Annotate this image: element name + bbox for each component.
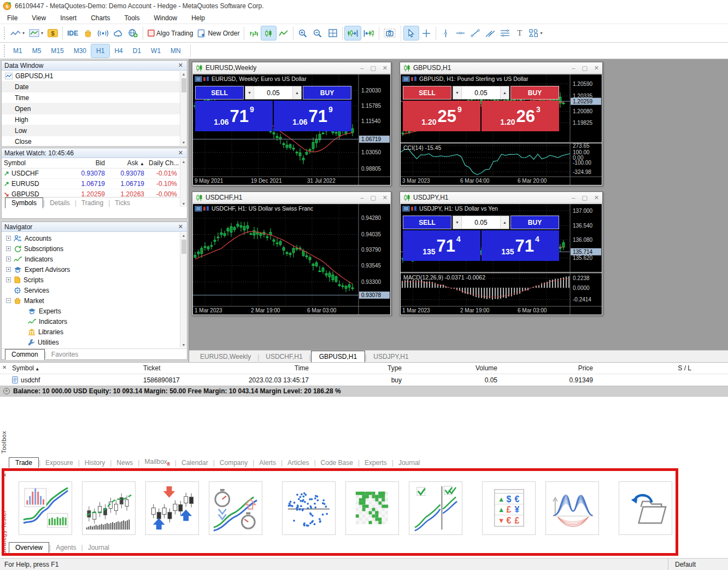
channel-tool-button[interactable] <box>483 26 497 40</box>
zoom-in-button[interactable] <box>296 26 310 40</box>
column-ticket[interactable]: Ticket <box>140 364 241 372</box>
column-s-l[interactable]: S / L <box>596 364 695 372</box>
scroll-up-icon[interactable]: ▲ <box>182 232 186 239</box>
tab-common[interactable]: Common <box>5 349 45 360</box>
column-symbol[interactable]: Symbol ▲ <box>9 364 140 372</box>
timeframe-mn[interactable]: MN <box>166 44 186 57</box>
scroll-down-icon[interactable]: ▼ <box>182 342 186 348</box>
vps-cloud-button[interactable] <box>111 26 126 40</box>
navigator-item-market[interactable]: −Market <box>2 295 187 306</box>
trade-position-row[interactable]: usdchf15868908172023.02.03 13:45:17buy0.… <box>0 374 728 386</box>
buy-button[interactable]: BUY <box>510 86 559 100</box>
tree-expand-icon[interactable]: + <box>6 277 11 282</box>
volume-value[interactable]: 0.05 <box>462 216 500 229</box>
navigator-item-indicators[interactable]: +Indicators <box>2 254 187 264</box>
chart-shift-button[interactable] <box>361 26 377 40</box>
navigator-item-indicators[interactable]: Indicators <box>2 316 187 327</box>
zoom-out-button[interactable] <box>310 26 325 40</box>
buy-price-cell[interactable]: 1.20263 <box>482 101 559 131</box>
menu-window[interactable]: Window <box>147 13 185 24</box>
chart-window-usdchf[interactable]: USDCHF,H1–▢✕0.942800.940350.937900.93545… <box>192 191 391 316</box>
navigator-scrollbar[interactable]: ▲▼ <box>180 232 187 348</box>
tester-tab-agents[interactable]: Agents <box>51 543 81 552</box>
chart-window-gbpusd[interactable]: GBPUSD,H1–▢✕1.205901.203351.202591.20080… <box>400 62 603 186</box>
tester-tile-optimization-grid[interactable] <box>345 481 399 535</box>
column-type[interactable]: Type <box>312 364 405 372</box>
expand-plus-icon[interactable]: + <box>3 388 10 394</box>
tester-tile-forward-test[interactable] <box>409 481 462 535</box>
sell-button[interactable]: SELL <box>195 86 244 100</box>
timeframe-m5[interactable]: M5 <box>27 44 46 57</box>
close-icon[interactable]: ✕ <box>177 149 184 156</box>
data-window-toggle-button[interactable]: ▾ <box>27 26 45 40</box>
volume-increase-icon[interactable]: ▲ <box>500 216 509 229</box>
chart-canvas-usdchf[interactable]: 0.942800.940350.937900.935450.933000.930… <box>193 204 390 315</box>
chart-window-usdjpy[interactable]: USDJPY,H1–▢✕137.000136.540136.080135.714… <box>400 191 603 316</box>
navigator-item-expert-advisors[interactable]: +Expert Advisors <box>2 264 187 275</box>
toolbox-tab-journal[interactable]: Journal <box>394 458 425 468</box>
tester-tile-optimization-scatter[interactable] <box>282 481 336 535</box>
close-icon[interactable]: ✕ <box>594 194 599 201</box>
timeframe-w1[interactable]: W1 <box>146 44 166 57</box>
timeframe-m15[interactable]: M15 <box>46 44 68 57</box>
tab-symbols[interactable]: Symbols <box>5 197 43 208</box>
tree-expand-icon[interactable]: + <box>6 257 11 261</box>
tester-tile-performance-charts[interactable] <box>19 481 72 535</box>
horizontal-line-tool-button[interactable] <box>453 26 468 40</box>
chart-window-titlebar[interactable]: USDJPY,H1–▢✕ <box>400 192 602 203</box>
menu-tools[interactable]: Tools <box>118 13 147 24</box>
chart-tab-eurusd-weekly[interactable]: EURUSD,Weekly <box>193 351 257 362</box>
chart-window-titlebar[interactable]: USDCHF,H1–▢✕ <box>192 192 391 203</box>
toolbox-tab-exposure[interactable]: Exposure <box>40 458 78 468</box>
scroll-down-icon[interactable]: ▼ <box>182 139 186 146</box>
minimize-icon[interactable]: – <box>360 194 363 201</box>
toolbox-tab-news[interactable]: News <box>111 458 138 468</box>
tree-expand-icon[interactable]: + <box>6 236 11 241</box>
chart-tab-gbpusd-h1[interactable]: GBPUSD,H1 <box>311 351 365 362</box>
toolbox-tab-mailbox[interactable]: Mailbox8 <box>139 457 174 468</box>
vertical-line-tool-button[interactable] <box>438 26 453 40</box>
maximize-icon[interactable]: ▢ <box>370 194 375 201</box>
menu-insert[interactable]: Insert <box>53 13 84 24</box>
tree-expand-icon[interactable]: + <box>6 267 11 272</box>
timeframe-m1[interactable]: M1 <box>8 44 27 57</box>
toolbox-tab-articles[interactable]: Articles <box>283 458 314 468</box>
data-window-scrollbar[interactable]: ▲▼ <box>180 71 187 146</box>
toolbox-tab-alerts[interactable]: Alerts <box>254 458 281 468</box>
bar-chart-style-button[interactable] <box>246 26 261 40</box>
close-icon[interactable]: ✕ <box>594 65 599 72</box>
scroll-thumb[interactable] <box>181 240 186 254</box>
menu-view[interactable]: View <box>25 13 53 24</box>
minimize-icon[interactable]: – <box>360 65 363 72</box>
timeframe-d1[interactable]: D1 <box>128 44 146 57</box>
buy-button[interactable]: BUY <box>303 86 351 100</box>
sell-price-cell[interactable]: 1.06719 <box>195 101 273 131</box>
toolbox-tab-experts[interactable]: Experts <box>360 458 392 468</box>
navigator-item-utilities[interactable]: Utilities <box>2 337 187 347</box>
minimize-icon[interactable]: – <box>572 65 575 72</box>
tab-details[interactable]: Details <box>45 198 75 208</box>
column-ask[interactable]: Ask ▲ <box>107 159 146 167</box>
tree-collapse-icon[interactable]: − <box>6 298 11 303</box>
equidistant-lines-tool-button[interactable] <box>497 26 512 40</box>
navigator-item-experts[interactable]: Experts <box>2 306 187 316</box>
tester-tile-trade-arrows[interactable] <box>145 481 199 535</box>
column-time[interactable]: Time <box>241 364 312 372</box>
buy-button[interactable]: BUY <box>510 216 559 229</box>
chart-canvas-usdjpy[interactable]: 137.000136.540136.080135.714135.620USDJP… <box>401 204 602 315</box>
volume-decrease-icon[interactable]: ▼ <box>453 216 462 229</box>
navigator-item-libraries[interactable]: Libraries <box>2 327 187 337</box>
market-watch-row-usdchf[interactable]: ↗USDCHF0.930780.93078-0.01% <box>2 168 187 179</box>
market-watch-row-eurusd[interactable]: ↗EURUSD1.067191.06719-0.10% <box>2 179 187 189</box>
timeframe-grip[interactable] <box>4 45 7 57</box>
scroll-up-icon[interactable]: ▲ <box>182 71 186 77</box>
volume-value[interactable]: 0.05 <box>462 86 500 99</box>
chart-tab-usdchf-h1[interactable]: USDCHF,H1 <box>259 351 309 362</box>
toolbox-tab-company[interactable]: Company <box>215 458 253 468</box>
tester-tile-multicurrency-table[interactable]: ▲$€▲£¥▼€£ <box>482 481 536 535</box>
tab-ticks[interactable]: Ticks <box>110 198 135 208</box>
volume-value[interactable]: 0.05 <box>254 86 292 99</box>
tester-tile-speed-test[interactable] <box>209 481 262 535</box>
close-icon[interactable]: ✕ <box>177 223 184 230</box>
candle-chart-style-button[interactable] <box>261 26 276 40</box>
